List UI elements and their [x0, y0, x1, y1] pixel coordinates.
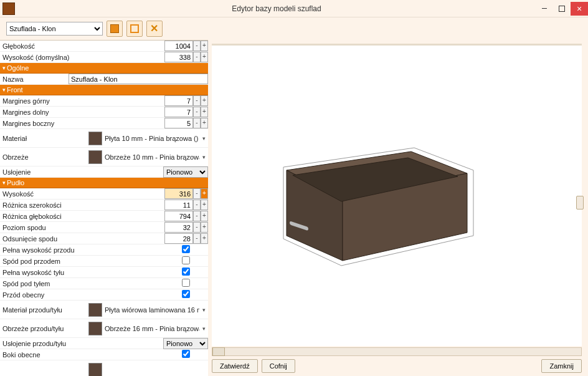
material-dropdown[interactable]: ▾: [199, 135, 208, 142]
material-value: Płyta 10 mm - Pinia brązowa (): [105, 135, 199, 142]
margin-side-input[interactable]: [164, 118, 193, 128]
maximize-button[interactable]: [553, 2, 571, 16]
edge-swatch-icon: [88, 150, 102, 164]
edge-value: Obrzeże 10 mm - Pinia brązowa (): [105, 153, 199, 161]
grain-fb-label: Usłojenie przodu/tyłu: [0, 340, 163, 347]
mat-fb-value: Płyta wiórowa laminowana 16 mm -: [105, 306, 199, 314]
mat-fb-dropdown[interactable]: ▾: [199, 307, 208, 313]
sides-present-check[interactable]: [182, 350, 190, 358]
depth-label: Głębokość: [0, 42, 164, 50]
bottom-offset-input[interactable]: [164, 233, 193, 244]
bottom-under-front-check[interactable]: [182, 256, 190, 264]
front-present-check[interactable]: [182, 290, 190, 298]
mat-fb-label: Materiał przodu/tyłu: [0, 306, 87, 314]
margin-bottom-label: Margines dolny: [0, 108, 164, 116]
category-box[interactable]: Pudło: [0, 178, 208, 188]
mat-fb-swatch-icon: [88, 303, 102, 317]
edge-label: Obrzeże: [0, 153, 87, 161]
margin-top-input[interactable]: [164, 95, 193, 106]
box-height-label: Wysokość: [0, 190, 164, 198]
extra-swatch-icon: [88, 363, 102, 377]
depth-diff-label: Różnica głębokości: [0, 213, 164, 220]
horizontal-scroll-thumb[interactable]: [212, 347, 225, 356]
front-present-label: Przód obecny: [0, 291, 163, 299]
close-dialog-button[interactable]: Zamknij: [541, 359, 582, 373]
close-button[interactable]: ×: [571, 2, 588, 16]
preview-3d[interactable]: [212, 44, 582, 346]
depth-diff-input[interactable]: [164, 211, 193, 221]
bottom-under-back-check[interactable]: [182, 279, 190, 287]
window-title: Edytor bazy modeli szuflad: [17, 4, 536, 13]
spin-down[interactable]: -: [193, 41, 201, 51]
bottom-level-input[interactable]: [164, 222, 193, 233]
margin-bottom-input[interactable]: [164, 107, 193, 117]
edge-fb-value: Obrzeże 16 mm - Pinia brązowa (): [105, 325, 199, 332]
edge-dropdown[interactable]: ▾: [199, 154, 208, 160]
edge-fb-swatch-icon: [88, 322, 102, 335]
bottom-under-back-label: Spód pod tyłem: [0, 280, 163, 287]
vertical-scroll-thumb[interactable]: [576, 196, 584, 210]
bottom-level-label: Poziom spodu: [0, 224, 164, 231]
tool-delete-icon[interactable]: ✕: [146, 21, 163, 37]
property-panel[interactable]: Głębokość-+ Wysokość (domyślna)-+ Ogólne…: [0, 40, 208, 376]
full-front-height-check[interactable]: [182, 245, 190, 253]
sides-present-label: Boki obecne: [0, 351, 163, 359]
spin-down[interactable]: -: [193, 52, 201, 62]
full-back-height-check[interactable]: [182, 268, 190, 276]
undo-button[interactable]: Cofnij: [262, 359, 295, 373]
width-diff-label: Różnica szerokości: [0, 201, 164, 209]
horizontal-scrollbar[interactable]: [212, 347, 582, 356]
grain-fb-select[interactable]: Pionowo: [163, 338, 208, 349]
drawer-3d-icon: [268, 139, 480, 270]
grain-select[interactable]: Pionowo: [163, 166, 208, 178]
category-front[interactable]: Front: [0, 85, 208, 95]
material-swatch-icon: [88, 132, 102, 145]
model-select[interactable]: Szuflada - Klon: [6, 22, 103, 36]
full-back-height-label: Pełna wysokość tyłu: [0, 269, 163, 276]
minimize-button[interactable]: [536, 2, 553, 16]
name-label: Nazwa: [0, 75, 69, 83]
category-general[interactable]: Ogólne: [0, 63, 208, 74]
grain-label: Usłojenie: [0, 168, 163, 176]
height-default-label: Wysokość (domyślna): [0, 54, 164, 61]
app-icon: [2, 2, 15, 15]
name-input[interactable]: [69, 74, 208, 84]
edge-fb-dropdown[interactable]: ▾: [199, 325, 208, 332]
tool-filled-icon[interactable]: [107, 21, 123, 37]
edge-fb-label: Obrzeże przodu/tyłu: [0, 325, 87, 332]
full-front-height-label: Pełna wysokość przodu: [0, 246, 163, 254]
depth-input[interactable]: [164, 41, 193, 51]
spin-up[interactable]: +: [201, 41, 208, 51]
height-default-input[interactable]: [164, 52, 193, 62]
margin-side-label: Margines boczny: [0, 120, 164, 127]
bottom-offset-label: Odsunięcie spodu: [0, 235, 164, 243]
bottom-under-front-label: Spód pod przodem: [0, 258, 163, 265]
confirm-button[interactable]: Zatwierdź: [212, 359, 258, 373]
width-diff-input[interactable]: [164, 200, 193, 210]
box-height-input[interactable]: [164, 188, 193, 199]
tool-outline-icon[interactable]: [126, 21, 143, 37]
spin-up[interactable]: +: [201, 52, 208, 62]
material-label: Materiał: [0, 135, 87, 142]
margin-top-label: Margines górny: [0, 97, 164, 105]
